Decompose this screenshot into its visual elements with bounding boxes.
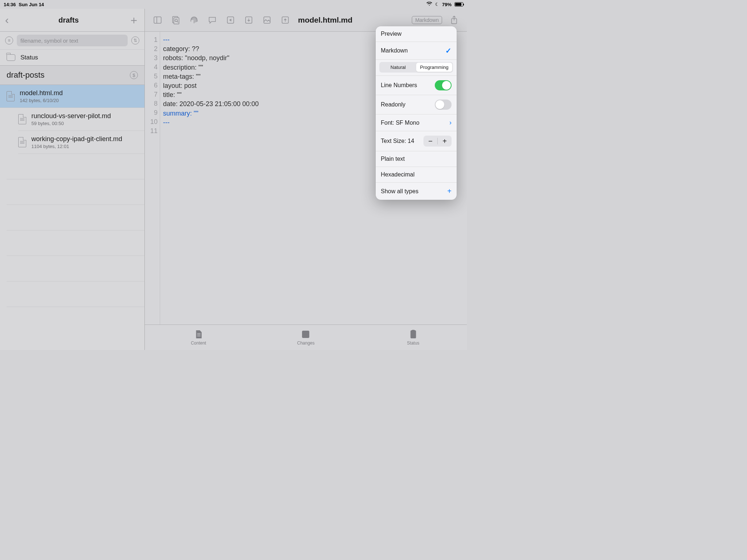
file-item[interactable]: model.html.md 142 bytes, 6/10/20 <box>0 85 144 108</box>
code-content[interactable]: --- category: ?? robots: "noodp, noydir"… <box>160 32 259 324</box>
text-size-label: Text Size: 14 <box>381 138 414 144</box>
tab-label: Status <box>407 341 419 346</box>
undo-icon[interactable] <box>222 13 239 27</box>
chevron-right-icon: › <box>449 119 452 127</box>
search-input[interactable] <box>17 35 128 46</box>
line-gutter: 1234567891011 <box>145 32 160 324</box>
tab-label: Changes <box>297 341 314 346</box>
sidebar-title: drafts <box>58 16 79 24</box>
font-label: Font: SF Mono <box>381 120 419 126</box>
svg-rect-8 <box>264 17 270 23</box>
hexadecimal-row[interactable]: Hexadecimal <box>376 167 457 183</box>
svg-rect-0 <box>154 17 161 23</box>
refresh-icon[interactable]: $ <box>130 71 138 79</box>
empty-row <box>7 205 144 230</box>
preview-row[interactable]: Preview <box>376 26 457 42</box>
filter-icon[interactable]: ≡ <box>5 36 13 44</box>
show-all-types-row[interactable]: Show all types + <box>376 183 457 200</box>
text-size-row: Text Size: 14 − + <box>376 131 457 151</box>
file-icon <box>18 137 26 147</box>
status-row[interactable]: Status <box>0 49 144 65</box>
tab-status[interactable]: Status <box>360 325 467 350</box>
battery-percent: 79% <box>442 2 452 7</box>
markdown-label: Markdown <box>381 47 408 54</box>
current-filename: model.html.md <box>298 16 410 24</box>
file-name: model.html.md <box>20 89 63 97</box>
status-bar: 14:36 Sun Jun 14 ☾ 79% <box>0 0 467 9</box>
share-icon[interactable] <box>446 13 462 27</box>
battery-icon <box>454 2 463 7</box>
file-meta: 1104 bytes, 12:01 <box>31 144 122 149</box>
svg-rect-3 <box>174 18 179 24</box>
file-name: working-copy-ipad-git-client.md <box>31 135 122 143</box>
plus-icon[interactable]: + <box>447 187 452 195</box>
line-numbers-switch[interactable] <box>435 80 452 90</box>
file-item[interactable]: runcloud-vs-server-pilot.md 59 bytes, 00… <box>18 108 144 131</box>
sidebar-toggle-icon[interactable] <box>149 13 166 27</box>
text-size-stepper[interactable]: − + <box>423 136 452 147</box>
section-header[interactable]: draft-posts $ <box>0 65 144 85</box>
file-icon <box>18 114 26 124</box>
upload-icon[interactable] <box>277 13 294 27</box>
check-icon: ✓ <box>445 46 452 55</box>
readonly-row[interactable]: Readonly <box>376 95 457 114</box>
plain-text-row[interactable]: Plain text <box>376 151 457 167</box>
seg-natural[interactable]: Natural <box>380 63 416 72</box>
tab-changes[interactable]: Changes <box>252 325 359 350</box>
show-all-label: Show all types <box>381 188 418 195</box>
readonly-label: Readonly <box>381 101 406 108</box>
back-button[interactable]: ‹ <box>5 14 9 26</box>
file-name: runcloud-vs-server-pilot.md <box>31 112 111 120</box>
comment-icon[interactable] <box>204 13 221 27</box>
line-numbers-label: Line Numbers <box>381 82 417 89</box>
empty-row <box>7 179 144 205</box>
preview-label: Preview <box>381 31 402 37</box>
sidebar: ‹ drafts ＋ ≡ ⇅ Status draft-posts $ mode… <box>0 9 145 350</box>
search-in-files-icon[interactable] <box>167 13 184 27</box>
tab-content[interactable]: Content <box>145 325 252 350</box>
view-options-popover: Preview Markdown ✓ Natural Programming L… <box>376 26 457 200</box>
empty-row <box>7 256 144 281</box>
empty-row <box>7 154 144 179</box>
dnd-moon-icon: ☾ <box>435 2 439 7</box>
readonly-switch[interactable] <box>435 100 452 110</box>
empty-row <box>7 281 144 307</box>
image-icon[interactable] <box>259 13 275 27</box>
fingerprint-icon[interactable] <box>186 13 202 27</box>
download-icon[interactable] <box>240 13 257 27</box>
add-button[interactable]: ＋ <box>128 13 139 28</box>
hex-label: Hexadecimal <box>381 171 414 178</box>
syntax-badge[interactable]: Markdown <box>412 16 442 24</box>
svg-rect-13 <box>412 330 414 331</box>
decrease-button[interactable]: − <box>423 136 437 147</box>
file-item[interactable]: working-copy-ipad-git-client.md 1104 byt… <box>18 131 144 154</box>
section-title: draft-posts <box>7 70 44 80</box>
folder-icon <box>7 54 15 61</box>
wifi-icon <box>426 2 432 7</box>
status-label: Status <box>20 54 38 61</box>
seg-programming[interactable]: Programming <box>416 63 452 72</box>
tab-label: Content <box>191 341 206 346</box>
clock: 14:36 <box>4 2 16 7</box>
file-meta: 59 bytes, 00:50 <box>31 121 111 126</box>
sort-icon[interactable]: ⇅ <box>131 36 139 44</box>
increase-button[interactable]: + <box>438 136 452 147</box>
line-numbers-row[interactable]: Line Numbers <box>376 76 457 95</box>
bottom-tab-bar: Content Changes Status <box>145 324 467 350</box>
font-row[interactable]: Font: SF Mono › <box>376 114 457 131</box>
plain-text-label: Plain text <box>381 156 405 162</box>
keyboard-segment[interactable]: Natural Programming <box>379 62 453 73</box>
file-icon <box>7 91 15 101</box>
empty-row <box>7 230 144 256</box>
svg-rect-12 <box>411 331 416 338</box>
markdown-row[interactable]: Markdown ✓ <box>376 42 457 60</box>
file-list: model.html.md 142 bytes, 6/10/20 runclou… <box>0 85 144 350</box>
date: Sun Jun 14 <box>19 2 44 7</box>
file-meta: 142 bytes, 6/10/20 <box>20 98 63 103</box>
